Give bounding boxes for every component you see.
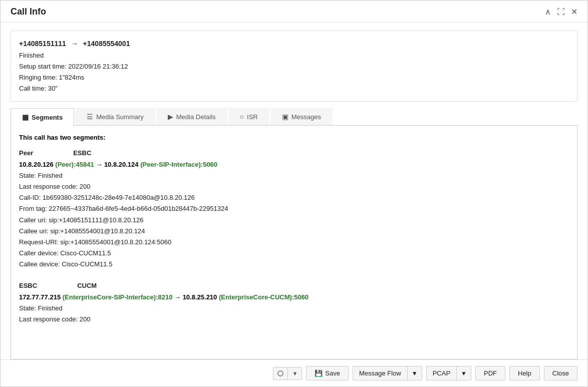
- tab-isr[interactable]: ○ ISR: [228, 108, 269, 125]
- status-dot: [273, 367, 287, 379]
- pcap-button[interactable]: PCAP: [426, 366, 456, 380]
- message-flow-dropdown: Message Flow ▼: [353, 366, 422, 380]
- pcap-label: PCAP: [433, 369, 450, 377]
- isr-icon: ○: [240, 113, 244, 121]
- tab-media-summary-label: Media Summary: [96, 113, 144, 121]
- message-flow-arrow-button[interactable]: ▼: [407, 366, 422, 380]
- seg1-src-ip: 10.8.20.126: [19, 161, 55, 168]
- close-button[interactable]: ✕: [571, 7, 577, 17]
- seg2-dst-ip: 10.8.25.210: [183, 293, 219, 301]
- segments-header: This call has two segments:: [19, 134, 569, 141]
- seg2-state: State: Finished: [19, 303, 569, 314]
- seg1-last-response: Last response code: 200: [19, 181, 569, 192]
- seg2-esbc-port: (EnterpriseCore-SIP-Interface):8210: [63, 293, 173, 301]
- seg1-from-tag: From tag: 227665~4337ba6d-6fe5-4ed4-b66d…: [19, 203, 569, 214]
- seg2-cucm-label: CUCM: [77, 282, 97, 289]
- message-flow-label: Message Flow: [359, 369, 401, 377]
- segment-1-route: 10.8.20.126 (Peer):45841 → 10.8.20.124 (…: [19, 161, 569, 168]
- tab-media-summary[interactable]: ☰ Media Summary: [75, 108, 155, 125]
- seg2-cucm-port: (EnterpriseCore-CUCM):5060: [219, 293, 309, 301]
- setup-time: Setup start time: 2022/09/16 21:36:12: [19, 61, 569, 72]
- message-flow-button[interactable]: Message Flow: [353, 366, 407, 380]
- tab-media-details[interactable]: ▶ Media Details: [156, 108, 227, 125]
- tab-segments[interactable]: ▦ Segments: [11, 108, 74, 126]
- caller-number: +14085151111: [19, 40, 66, 48]
- seg2-arrow: →: [174, 293, 183, 301]
- call-time: Call time: 30": [19, 83, 569, 94]
- call-route: +14085151111 → +14085554001: [19, 38, 569, 50]
- pcap-dropdown: PCAP ▼: [426, 366, 471, 380]
- seg2-esbc-label: ESBC: [19, 282, 37, 289]
- window-title: Call Info: [11, 7, 46, 17]
- pdf-label: PDF: [484, 369, 497, 377]
- seg1-esbc-label: ESBC: [73, 149, 91, 157]
- maximize-button[interactable]: ⛶: [557, 8, 565, 17]
- segment-2-route: 172.77.77.215 (EnterpriseCore-SIP-Interf…: [19, 293, 569, 301]
- segment-2-peers: ESBC CUCM: [19, 282, 569, 289]
- pdf-button[interactable]: PDF: [475, 366, 505, 380]
- status-button[interactable]: ▼: [273, 367, 302, 380]
- messages-icon: ▣: [282, 113, 288, 121]
- tab-content-area: This call has two segments: Peer ESBC 10…: [11, 126, 577, 359]
- seg1-peer-label: Peer: [19, 149, 33, 157]
- seg1-esbc-port: (Peer-SIP-Interface):5060: [140, 161, 217, 168]
- call-info-window: Call Info ∧ ⛶ ✕ +14085151111 → +14085554…: [0, 0, 588, 387]
- tab-media-details-label: Media Details: [176, 113, 216, 121]
- media-details-icon: ▶: [168, 113, 173, 121]
- tab-messages[interactable]: ▣ Messages: [270, 108, 333, 125]
- segment-2-detail: State: Finished Last response code: 200: [19, 303, 569, 325]
- close-button[interactable]: Close: [544, 366, 577, 380]
- save-icon: 💾: [315, 369, 323, 377]
- close-label: Close: [552, 369, 569, 377]
- help-label: Help: [518, 369, 531, 377]
- title-bar-controls: ∧ ⛶ ✕: [545, 7, 577, 17]
- ringing-time: Ringing time: 1"824ms: [19, 72, 569, 83]
- collapse-button[interactable]: ∧: [545, 7, 551, 17]
- title-bar: Call Info ∧ ⛶ ✕: [1, 1, 587, 23]
- segment-2-block: ESBC CUCM 172.77.77.215 (EnterpriseCore-…: [19, 282, 569, 325]
- help-button[interactable]: Help: [509, 366, 540, 380]
- tab-messages-label: Messages: [291, 113, 321, 121]
- segment-1-block: Peer ESBC 10.8.20.126 (Peer):45841 → 10.…: [19, 149, 569, 270]
- seg1-arrow: →: [96, 161, 104, 168]
- seg1-dst-ip: 10.8.20.124: [104, 161, 140, 168]
- segment-1-peers: Peer ESBC: [19, 149, 569, 157]
- seg2-src-ip: 172.77.77.215: [19, 293, 63, 301]
- pcap-arrow-button[interactable]: ▼: [456, 366, 471, 380]
- segment-1-detail: State: Finished Last response code: 200 …: [19, 170, 569, 270]
- seg1-call-id: Call-ID: 1b659380-3251248c-28e49-7e14080…: [19, 192, 569, 203]
- seg1-callee-device: Callee device: Cisco-CUCM11.5: [19, 259, 569, 270]
- seg1-request-uri: Request-URI: sip:+14085554001@10.8.20.12…: [19, 237, 569, 248]
- segments-icon: ▦: [22, 113, 29, 121]
- status-circle-icon: [277, 370, 283, 376]
- seg1-peer-port: (Peer):45841: [55, 161, 94, 168]
- footer-bar: ▼ 💾 Save Message Flow ▼ PCAP ▼ PDF Help: [1, 359, 587, 386]
- call-status: Finished: [19, 50, 569, 61]
- route-arrow: →: [71, 40, 78, 48]
- seg1-caller-uri: Caller uri: sip:+14085151111@10.8.20.126: [19, 215, 569, 226]
- seg1-callee-uri: Callee uri: sip:+14085554001@10.8.20.124: [19, 226, 569, 237]
- seg1-caller-device: Caller device: Cisco-CUCM11.5: [19, 248, 569, 259]
- seg2-last-response: Last response code: 200: [19, 314, 569, 325]
- tab-segments-label: Segments: [32, 114, 63, 121]
- callee-number: +14085554001: [83, 40, 130, 48]
- tabs-bar: ▦ Segments ☰ Media Summary ▶ Media Detai…: [11, 108, 577, 126]
- media-summary-icon: ☰: [87, 113, 93, 121]
- save-label: Save: [325, 369, 340, 377]
- status-dropdown-arrow[interactable]: ▼: [287, 367, 302, 379]
- seg1-state: State: Finished: [19, 170, 569, 181]
- call-summary: +14085151111 → +14085554001 Finished Set…: [11, 31, 577, 102]
- tab-isr-label: ISR: [247, 113, 258, 121]
- save-button[interactable]: 💾 Save: [306, 366, 349, 380]
